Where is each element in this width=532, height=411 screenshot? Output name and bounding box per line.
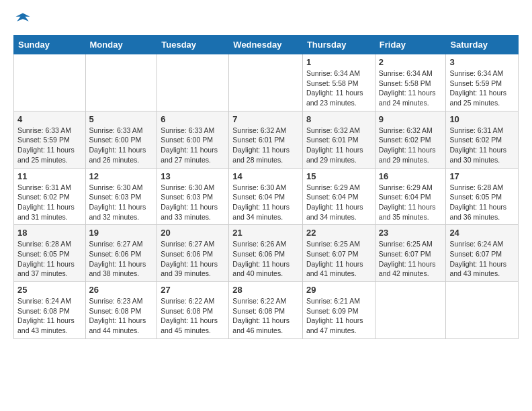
day-info: Sunrise: 6:29 AMSunset: 6:04 PMDaylight:… xyxy=(379,183,443,222)
day-number: 2 xyxy=(379,57,443,67)
calendar-cell: 22Sunrise: 6:25 AMSunset: 6:07 PMDayligh… xyxy=(302,225,375,282)
calendar-cell: 10Sunrise: 6:31 AMSunset: 6:02 PMDayligh… xyxy=(446,111,519,168)
calendar-cell: 18Sunrise: 6:28 AMSunset: 6:05 PMDayligh… xyxy=(14,225,86,282)
page-header xyxy=(13,11,519,30)
day-number: 24 xyxy=(449,228,515,238)
calendar-table: SundayMondayTuesdayWednesdayThursdayFrid… xyxy=(13,35,519,339)
calendar-cell: 24Sunrise: 6:24 AMSunset: 6:07 PMDayligh… xyxy=(446,225,519,282)
day-number: 28 xyxy=(232,285,299,295)
calendar-cell: 15Sunrise: 6:29 AMSunset: 6:04 PMDayligh… xyxy=(302,168,375,225)
day-info: Sunrise: 6:25 AMSunset: 6:07 PMDaylight:… xyxy=(306,239,371,279)
day-info: Sunrise: 6:25 AMSunset: 6:07 PMDaylight:… xyxy=(379,239,443,279)
calendar-week-5: 25Sunrise: 6:24 AMSunset: 6:08 PMDayligh… xyxy=(14,282,519,339)
calendar-cell xyxy=(14,54,86,111)
calendar-cell: 17Sunrise: 6:28 AMSunset: 6:05 PMDayligh… xyxy=(446,168,519,225)
calendar-cell xyxy=(229,54,303,111)
day-info: Sunrise: 6:27 AMSunset: 6:06 PMDaylight:… xyxy=(89,239,154,279)
calendar-body: 1Sunrise: 6:34 AMSunset: 5:58 PMDaylight… xyxy=(14,54,519,339)
day-number: 18 xyxy=(17,228,82,238)
calendar-cell: 5Sunrise: 6:33 AMSunset: 6:00 PMDaylight… xyxy=(85,111,157,168)
calendar-cell: 1Sunrise: 6:34 AMSunset: 5:58 PMDaylight… xyxy=(302,54,375,111)
calendar-cell xyxy=(157,54,229,111)
weekday-header-wednesday: Wednesday xyxy=(229,36,303,54)
day-info: Sunrise: 6:22 AMSunset: 6:08 PMDaylight:… xyxy=(232,296,299,336)
day-number: 6 xyxy=(161,114,225,124)
weekday-header-friday: Friday xyxy=(375,36,446,54)
calendar-cell xyxy=(375,282,446,339)
day-number: 4 xyxy=(17,114,82,124)
day-info: Sunrise: 6:28 AMSunset: 6:05 PMDaylight:… xyxy=(17,239,82,279)
calendar-cell: 23Sunrise: 6:25 AMSunset: 6:07 PMDayligh… xyxy=(375,225,446,282)
day-info: Sunrise: 6:34 AMSunset: 5:58 PMDaylight:… xyxy=(379,68,443,108)
day-info: Sunrise: 6:32 AMSunset: 6:01 PMDaylight:… xyxy=(306,126,371,165)
day-info: Sunrise: 6:22 AMSunset: 6:08 PMDaylight:… xyxy=(161,296,225,336)
calendar-cell: 14Sunrise: 6:30 AMSunset: 6:04 PMDayligh… xyxy=(229,168,303,225)
calendar-week-4: 18Sunrise: 6:28 AMSunset: 6:05 PMDayligh… xyxy=(14,225,519,282)
day-number: 15 xyxy=(306,171,371,181)
day-info: Sunrise: 6:34 AMSunset: 5:58 PMDaylight:… xyxy=(306,68,371,108)
calendar-cell: 27Sunrise: 6:22 AMSunset: 6:08 PMDayligh… xyxy=(157,282,229,339)
calendar-cell: 4Sunrise: 6:33 AMSunset: 5:59 PMDaylight… xyxy=(14,111,86,168)
day-info: Sunrise: 6:21 AMSunset: 6:09 PMDaylight:… xyxy=(306,296,371,336)
day-info: Sunrise: 6:23 AMSunset: 6:08 PMDaylight:… xyxy=(89,296,154,336)
calendar-week-3: 11Sunrise: 6:31 AMSunset: 6:02 PMDayligh… xyxy=(14,168,519,225)
day-number: 16 xyxy=(379,171,443,181)
calendar-cell: 8Sunrise: 6:32 AMSunset: 6:01 PMDaylight… xyxy=(302,111,375,168)
calendar-cell: 20Sunrise: 6:27 AMSunset: 6:06 PMDayligh… xyxy=(157,225,229,282)
day-info: Sunrise: 6:30 AMSunset: 6:03 PMDaylight:… xyxy=(89,183,154,222)
day-number: 12 xyxy=(89,171,154,181)
day-number: 14 xyxy=(232,171,299,181)
calendar-cell: 21Sunrise: 6:26 AMSunset: 6:06 PMDayligh… xyxy=(229,225,303,282)
day-info: Sunrise: 6:24 AMSunset: 6:08 PMDaylight:… xyxy=(17,296,82,336)
day-number: 29 xyxy=(306,285,371,295)
calendar-cell: 3Sunrise: 6:34 AMSunset: 5:59 PMDaylight… xyxy=(446,54,519,111)
calendar-cell: 11Sunrise: 6:31 AMSunset: 6:02 PMDayligh… xyxy=(14,168,86,225)
day-info: Sunrise: 6:30 AMSunset: 6:04 PMDaylight:… xyxy=(232,183,299,222)
calendar-header-row: SundayMondayTuesdayWednesdayThursdayFrid… xyxy=(14,36,519,54)
calendar-cell: 9Sunrise: 6:32 AMSunset: 6:02 PMDaylight… xyxy=(375,111,446,168)
weekday-header-tuesday: Tuesday xyxy=(157,36,229,54)
day-number: 22 xyxy=(306,228,371,238)
weekday-header-thursday: Thursday xyxy=(302,36,375,54)
day-number: 1 xyxy=(306,57,371,67)
day-number: 27 xyxy=(161,285,225,295)
day-info: Sunrise: 6:34 AMSunset: 5:59 PMDaylight:… xyxy=(449,68,515,108)
day-number: 8 xyxy=(306,114,371,124)
calendar-cell: 12Sunrise: 6:30 AMSunset: 6:03 PMDayligh… xyxy=(85,168,157,225)
weekday-header-sunday: Sunday xyxy=(14,36,86,54)
logo-bird-icon xyxy=(13,11,32,30)
day-info: Sunrise: 6:28 AMSunset: 6:05 PMDaylight:… xyxy=(449,183,515,222)
svg-marker-0 xyxy=(16,13,30,21)
day-info: Sunrise: 6:32 AMSunset: 6:01 PMDaylight:… xyxy=(232,126,299,165)
calendar-cell: 2Sunrise: 6:34 AMSunset: 5:58 PMDaylight… xyxy=(375,54,446,111)
day-number: 7 xyxy=(232,114,299,124)
calendar-cell xyxy=(446,282,519,339)
calendar-cell: 28Sunrise: 6:22 AMSunset: 6:08 PMDayligh… xyxy=(229,282,303,339)
day-number: 11 xyxy=(17,171,82,181)
calendar-cell: 19Sunrise: 6:27 AMSunset: 6:06 PMDayligh… xyxy=(85,225,157,282)
day-info: Sunrise: 6:33 AMSunset: 5:59 PMDaylight:… xyxy=(17,126,82,165)
day-info: Sunrise: 6:29 AMSunset: 6:04 PMDaylight:… xyxy=(306,183,371,222)
day-number: 26 xyxy=(89,285,154,295)
calendar-week-2: 4Sunrise: 6:33 AMSunset: 5:59 PMDaylight… xyxy=(14,111,519,168)
weekday-header-monday: Monday xyxy=(85,36,157,54)
day-info: Sunrise: 6:24 AMSunset: 6:07 PMDaylight:… xyxy=(449,239,515,279)
day-info: Sunrise: 6:26 AMSunset: 6:06 PMDaylight:… xyxy=(232,239,299,279)
day-info: Sunrise: 6:27 AMSunset: 6:06 PMDaylight:… xyxy=(161,239,225,279)
day-number: 10 xyxy=(449,114,515,124)
calendar-cell: 16Sunrise: 6:29 AMSunset: 6:04 PMDayligh… xyxy=(375,168,446,225)
calendar-week-1: 1Sunrise: 6:34 AMSunset: 5:58 PMDaylight… xyxy=(14,54,519,111)
day-number: 21 xyxy=(232,228,299,238)
calendar-cell: 26Sunrise: 6:23 AMSunset: 6:08 PMDayligh… xyxy=(85,282,157,339)
day-info: Sunrise: 6:30 AMSunset: 6:03 PMDaylight:… xyxy=(161,183,225,222)
day-info: Sunrise: 6:32 AMSunset: 6:02 PMDaylight:… xyxy=(379,126,443,165)
calendar-cell xyxy=(85,54,157,111)
calendar-cell: 25Sunrise: 6:24 AMSunset: 6:08 PMDayligh… xyxy=(14,282,86,339)
day-info: Sunrise: 6:33 AMSunset: 6:00 PMDaylight:… xyxy=(161,126,225,165)
logo xyxy=(13,11,35,30)
weekday-header-saturday: Saturday xyxy=(446,36,519,54)
calendar-cell: 29Sunrise: 6:21 AMSunset: 6:09 PMDayligh… xyxy=(302,282,375,339)
day-info: Sunrise: 6:31 AMSunset: 6:02 PMDaylight:… xyxy=(449,126,515,165)
day-number: 5 xyxy=(89,114,154,124)
day-info: Sunrise: 6:31 AMSunset: 6:02 PMDaylight:… xyxy=(17,183,82,222)
